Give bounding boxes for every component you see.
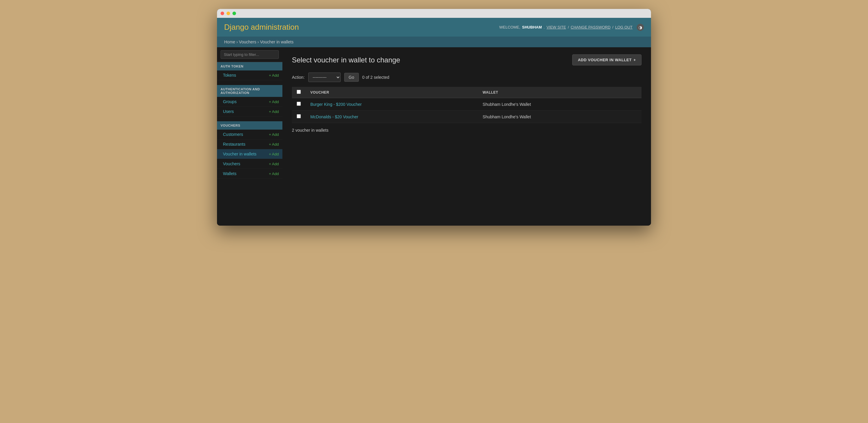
sidebar-add-wallets[interactable]: + Add — [269, 172, 279, 176]
view-site-link[interactable]: VIEW SITE — [546, 25, 566, 29]
sidebar-item-vouchers[interactable]: Vouchers + Add — [217, 159, 282, 169]
go-button[interactable]: Go — [344, 73, 359, 82]
table-row: McDonalds - $20 Voucher Shubham Londhe's… — [292, 111, 642, 123]
row-2-wallet: Shubham Londhe's Wallet — [478, 111, 642, 123]
breadcrumb: Home › Vouchers › Voucher in wallets — [217, 36, 651, 47]
sidebar-item-users[interactable]: Users + Add — [217, 107, 282, 117]
breadcrumb-sep-2: › — [257, 39, 259, 44]
table-header-row: VOUCHER WALLET — [292, 87, 642, 98]
sidebar-item-vouchers-label: Vouchers — [223, 161, 240, 166]
sidebar-item-tokens[interactable]: Tokens + Add — [217, 70, 282, 80]
sidebar-item-voucher-in-wallets[interactable]: Voucher in wallets + Add — [217, 149, 282, 159]
titlebar — [217, 9, 651, 18]
sidebar-add-users[interactable]: + Add — [269, 110, 279, 114]
app-title: Django administration — [224, 23, 299, 32]
sidebar-add-voucher-in-wallets[interactable]: + Add — [269, 152, 279, 156]
change-password-link[interactable]: CHANGE PASSWORD — [571, 25, 611, 29]
row-1-checkbox[interactable] — [297, 102, 301, 106]
app-window: Django administration WELCOME, SHUBHAM .… — [217, 9, 651, 225]
sidebar-item-groups[interactable]: Groups + Add — [217, 97, 282, 107]
sidebar-section-auth-token: AUTH TOKEN — [217, 62, 282, 70]
sidebar-item-wallets[interactable]: Wallets + Add — [217, 169, 282, 179]
close-button[interactable] — [221, 11, 224, 15]
sidebar-item-customers-label: Customers — [223, 132, 243, 137]
plus-icon: + — [633, 58, 636, 62]
header: Django administration WELCOME, SHUBHAM .… — [217, 18, 651, 36]
row-1-wallet: Shubham Londhe's Wallet — [478, 98, 642, 111]
content-header: Select voucher in wallet to change ADD V… — [292, 54, 642, 65]
welcome-text: WELCOME, — [499, 25, 521, 29]
minimize-button[interactable] — [226, 11, 230, 15]
table-row: Burger King - $200 Voucher Shubham Londh… — [292, 98, 642, 111]
sidebar-item-groups-label: Groups — [223, 99, 237, 104]
sidebar-filter-input[interactable] — [221, 50, 279, 59]
sidebar-add-customers[interactable]: + Add — [269, 132, 279, 137]
nav-separator-2: / — [568, 25, 569, 29]
sidebar: AUTH TOKEN Tokens + Add AUTHENTICATION A… — [217, 47, 282, 225]
action-label: Action: — [292, 75, 305, 80]
sidebar-item-tokens-label: Tokens — [223, 73, 236, 78]
add-button-label: ADD VOUCHER IN WALLET — [578, 58, 632, 62]
sidebar-item-restaurants-label: Restaurants — [223, 142, 245, 147]
selected-count: 0 of 2 selected — [362, 75, 390, 80]
main-layout: AUTH TOKEN Tokens + Add AUTHENTICATION A… — [217, 47, 651, 225]
col-wallet: WALLET — [478, 87, 642, 98]
nav-separator-3: / — [612, 25, 614, 29]
voucher-table: VOUCHER WALLET Burger King - $200 Vouche… — [292, 87, 642, 123]
sidebar-item-users-label: Users — [223, 109, 234, 114]
username: SHUBHAM — [522, 25, 541, 29]
add-voucher-in-wallet-button[interactable]: ADD VOUCHER IN WALLET + — [572, 54, 642, 65]
sidebar-add-groups[interactable]: + Add — [269, 99, 279, 104]
page-title: Select voucher in wallet to change — [292, 56, 400, 64]
theme-toggle-button[interactable]: ◑ — [637, 24, 644, 31]
breadcrumb-vouchers[interactable]: Vouchers — [239, 39, 256, 44]
sidebar-add-vouchers[interactable]: + Add — [269, 162, 279, 166]
row-2-checkbox[interactable] — [297, 114, 301, 118]
row-2-voucher-link[interactable]: McDonalds - $20 Voucher — [310, 115, 358, 119]
action-select[interactable]: ---------- — [308, 72, 341, 82]
breadcrumb-sep-1: › — [236, 39, 238, 44]
sidebar-section-vouchers: VOUCHERS — [217, 121, 282, 130]
breadcrumb-current: Voucher in wallets — [260, 39, 294, 44]
sidebar-add-tokens[interactable]: + Add — [269, 73, 279, 78]
logout-link[interactable]: LOG OUT — [615, 25, 632, 29]
sidebar-item-restaurants[interactable]: Restaurants + Add — [217, 140, 282, 149]
sidebar-item-wallets-label: Wallets — [223, 171, 236, 176]
header-nav: WELCOME, SHUBHAM . VIEW SITE / CHANGE PA… — [499, 24, 644, 31]
sidebar-filter-container — [217, 47, 282, 62]
content-area: Select voucher in wallet to change ADD V… — [282, 47, 651, 225]
sidebar-item-customers[interactable]: Customers + Add — [217, 130, 282, 140]
breadcrumb-home[interactable]: Home — [224, 39, 235, 44]
select-all-checkbox[interactable] — [297, 90, 301, 94]
action-bar: Action: ---------- Go 0 of 2 selected — [292, 72, 642, 82]
sidebar-section-auth-authorization: AUTHENTICATION AND AUTHORIZATION — [217, 85, 282, 97]
summary-text: 2 voucher in wallets — [292, 128, 642, 132]
maximize-button[interactable] — [232, 11, 236, 15]
nav-separator-1: . — [544, 25, 545, 29]
sidebar-item-voucher-in-wallets-label: Voucher in wallets — [223, 152, 256, 156]
col-voucher: VOUCHER — [306, 87, 478, 98]
sidebar-add-restaurants[interactable]: + Add — [269, 142, 279, 147]
row-1-voucher-link[interactable]: Burger King - $200 Voucher — [310, 102, 362, 107]
